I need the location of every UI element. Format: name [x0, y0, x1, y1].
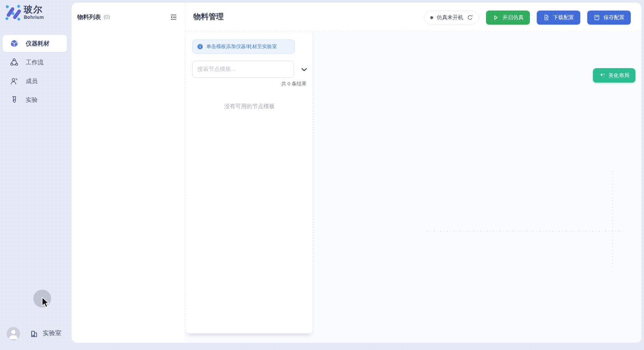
lab-label: 实验室 — [43, 329, 61, 337]
sidebar-item-experiment[interactable]: 实验 — [3, 91, 67, 108]
members-icon — [10, 77, 18, 85]
refresh-icon[interactable] — [467, 15, 473, 21]
hint-banner: 单击模板添加仪器/耗材至实验室 — [192, 40, 295, 54]
material-list-count: (0) — [104, 14, 110, 20]
sidebar-item-label: 工作流 — [26, 58, 44, 66]
material-list-title: 物料列表 — [77, 13, 101, 21]
page-header: 物料管理 仿真未开机 开启仿真 — [185, 3, 641, 32]
cube-icon — [10, 39, 18, 48]
brand-name: 玻尔 — [24, 5, 44, 15]
experiment-icon — [10, 96, 18, 104]
beautify-layout-button[interactable]: 美化布局 — [593, 68, 635, 83]
download-config-button[interactable]: 下载配置 — [537, 11, 580, 25]
chevron-down-icon — [300, 65, 308, 74]
expand-filters-toggle[interactable] — [300, 65, 308, 74]
page-title: 物料管理 — [193, 12, 224, 22]
collapse-panel-button[interactable] — [170, 13, 177, 21]
user-avatar[interactable] — [7, 327, 20, 340]
brand-subtitle: Bohrium — [24, 15, 44, 20]
node-template-panel: 单击模板添加仪器/耗材至实验室 共 0 条结果 没有可用的节点模板 — [186, 32, 313, 334]
workflow-icon — [10, 58, 18, 67]
sidebar-item-instruments[interactable]: 仪器耗材 — [3, 35, 67, 52]
play-icon — [492, 14, 499, 21]
start-simulation-button[interactable]: 开启仿真 — [486, 11, 530, 25]
avatar-person-icon — [7, 327, 20, 340]
info-icon — [197, 44, 203, 50]
main-content-card: 物料列表 (0) 物料管理 仿真未开机 — [72, 3, 641, 343]
results-count: 共 0 条结果 — [281, 81, 306, 87]
canvas-guide-horizontal — [427, 231, 625, 232]
status-dot-icon — [430, 16, 433, 19]
download-file-icon — [543, 14, 550, 21]
simulation-status-pill[interactable]: 仿真未开机 — [424, 11, 479, 24]
lab-canvas[interactable]: 单击模板添加仪器/耗材至实验室 共 0 条结果 没有可用的节点模板 美化 — [185, 32, 641, 343]
sparkles-icon — [599, 72, 605, 79]
status-label: 仿真未开机 — [437, 14, 463, 21]
sidebar-item-workflow[interactable]: 工作流 — [3, 54, 67, 71]
canvas-guide-vertical — [612, 171, 613, 267]
bohrium-logo-icon — [5, 5, 22, 21]
lab-switcher[interactable]: 实验室 — [30, 329, 61, 338]
sidebar-item-members[interactable]: 成员 — [3, 73, 67, 90]
sidebar-item-label: 实验 — [26, 96, 38, 104]
menu-fold-icon — [170, 13, 177, 21]
lab-building-icon — [30, 329, 39, 338]
save-config-button[interactable]: 保存配置 — [587, 11, 631, 25]
sidebar-item-label: 成员 — [26, 77, 38, 85]
material-list-panel: 物料列表 (0) — [72, 3, 185, 343]
template-search-input[interactable] — [192, 61, 294, 78]
mouse-cursor-icon — [42, 297, 49, 308]
save-icon — [594, 14, 600, 21]
sidebar-item-label: 仪器耗材 — [26, 40, 49, 47]
sidebar-nav: 仪器耗材 工作流 成员 实验 — [0, 35, 72, 110]
hint-text: 单击模板添加仪器/耗材至实验室 — [206, 44, 277, 50]
brand-logo: 玻尔 Bohrium — [5, 5, 44, 21]
empty-template-message: 没有可用的节点模板 — [186, 102, 313, 110]
